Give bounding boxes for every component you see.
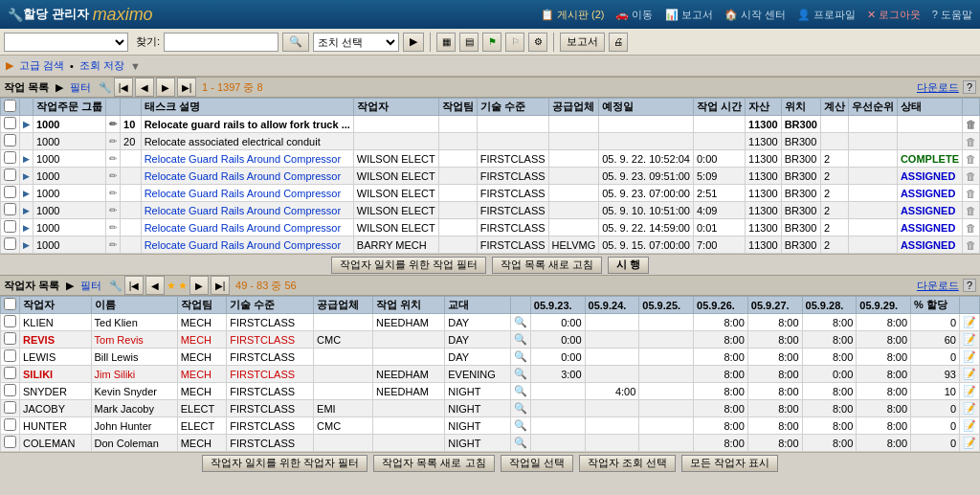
row-delete[interactable]: 🗑 <box>963 116 980 133</box>
row-check[interactable] <box>1 185 20 202</box>
worker-row-edit[interactable]: 📝 <box>960 331 980 349</box>
worker-row-edit[interactable]: 📝 <box>960 417 980 435</box>
advanced-search-link[interactable]: 고급 검색 <box>19 58 64 73</box>
worker-row-check[interactable] <box>1 435 20 452</box>
row-delete[interactable]: 🗑 <box>963 150 980 168</box>
nav-move[interactable]: 🚗 이동 <box>615 8 653 22</box>
worker-select-all-checkbox[interactable] <box>4 298 16 310</box>
worker-row-icon[interactable]: 🔍 <box>510 314 530 331</box>
save-query-link[interactable]: 조회 저장 <box>79 58 124 73</box>
row-delete[interactable]: 🗑 <box>963 185 980 202</box>
nav-help[interactable]: ? 도움말 <box>932 8 972 22</box>
row-desc[interactable]: Relocate Guard Rails Around Compressor <box>141 168 353 185</box>
print-icon[interactable]: 🖨 <box>609 33 628 52</box>
worker-nav-first[interactable]: |◀ <box>124 276 144 295</box>
worker-row-check[interactable] <box>1 383 20 400</box>
row-pencil[interactable]: ✏ <box>106 168 121 185</box>
worker-row-edit[interactable]: 📝 <box>960 383 980 400</box>
worker-row-check[interactable] <box>1 366 20 383</box>
row-delete[interactable]: 🗑 <box>963 168 980 185</box>
row-delete[interactable]: 🗑 <box>963 133 980 150</box>
nav-prev[interactable]: ◀ <box>135 78 154 97</box>
search-button[interactable]: 🔍 <box>282 33 309 52</box>
nav-logout[interactable]: ✕ 로그아웃 <box>867 8 921 22</box>
work-filter-match-button[interactable]: 작업자 일치를 위한 작업 필터 <box>331 257 486 274</box>
row-pencil[interactable]: ✏ <box>106 133 121 150</box>
row-delete[interactable]: 🗑 <box>963 236 980 254</box>
action-select[interactable]: 조치 선택 <box>313 33 399 52</box>
nav-first[interactable]: |◀ <box>114 78 133 97</box>
worker-nav-last[interactable]: ▶| <box>211 276 230 295</box>
row-check[interactable] <box>1 219 20 236</box>
nav-last[interactable]: ▶| <box>177 78 196 97</box>
view-icon1[interactable]: ▦ <box>436 33 456 52</box>
nav-next[interactable]: ▶ <box>156 78 175 97</box>
row-pencil[interactable]: ✏ <box>106 219 121 236</box>
worker-row-icon[interactable]: 🔍 <box>510 417 530 435</box>
worker-row-icon[interactable]: 🔍 <box>510 366 530 383</box>
report-button[interactable]: 보고서 <box>560 33 605 52</box>
worker-nav-next[interactable]: ▶ <box>189 276 209 295</box>
row-delete[interactable]: 🗑 <box>963 202 980 219</box>
worker-date-button[interactable]: 작업일 선택 <box>501 455 573 472</box>
nav-report[interactable]: 📊 보고서 <box>665 8 713 22</box>
row-desc[interactable]: Relocate Guard Rails Around Compressor <box>141 236 353 254</box>
row-desc[interactable]: Relocate Guard Rails Around Compressor <box>141 150 353 168</box>
row-pencil[interactable]: ✏ <box>106 236 121 254</box>
row-check[interactable] <box>1 202 20 219</box>
row-pencil[interactable]: ✏ <box>106 116 121 133</box>
worker-row-icon[interactable]: 🔍 <box>510 349 530 366</box>
worker-row-check[interactable] <box>1 331 20 349</box>
worker-row-icon[interactable]: 🔍 <box>510 400 530 417</box>
worker-row-edit[interactable]: 📝 <box>960 314 980 331</box>
worker-download-link[interactable]: 다운로드 <box>917 279 959 293</box>
select-all-checkbox[interactable] <box>4 100 16 112</box>
toolbar-select[interactable] <box>4 33 128 52</box>
worker-row-check[interactable] <box>1 400 20 417</box>
row-desc[interactable]: Relocate Guard Rails Around Compressor <box>141 185 353 202</box>
row-pencil[interactable]: ✏ <box>106 150 121 168</box>
row-pencil[interactable]: ✏ <box>106 202 121 219</box>
flag-icon[interactable]: ⚑ <box>482 33 501 52</box>
worker-row-icon[interactable]: 🔍 <box>510 435 530 452</box>
row-check[interactable] <box>1 236 20 254</box>
view-icon2[interactable]: ▤ <box>459 33 479 52</box>
filter-config-icon[interactable]: 🔧 <box>99 81 112 94</box>
worker-row-edit[interactable]: 📝 <box>960 435 980 452</box>
work-help[interactable]: ? <box>963 80 976 94</box>
worker-row-icon[interactable]: 🔍 <box>510 331 530 349</box>
worker-nav-prev[interactable]: ◀ <box>145 276 165 295</box>
worker-row-edit[interactable]: 📝 <box>960 366 980 383</box>
nav-start[interactable]: 🏠 시작 센터 <box>724 8 786 22</box>
worker-row-check[interactable] <box>1 314 20 331</box>
row-check[interactable] <box>1 150 20 168</box>
row-pencil[interactable]: ✏ <box>106 185 121 202</box>
row-check[interactable] <box>1 116 20 133</box>
row-check[interactable] <box>1 168 20 185</box>
worker-row-icon[interactable]: 🔍 <box>510 383 530 400</box>
worker-row-check[interactable] <box>1 349 20 366</box>
nav-bulletin[interactable]: 📋 게시판 (2) <box>541 8 605 22</box>
worker-help[interactable]: ? <box>963 279 976 292</box>
worker-row-id[interactable]: REVIS <box>20 331 92 349</box>
row-check[interactable] <box>1 133 20 150</box>
worker-query-select-button[interactable]: 작업자 조회 선택 <box>579 455 676 472</box>
flag-icon2[interactable]: ⚐ <box>505 33 524 52</box>
row-desc[interactable]: Relocate Guard Rails Around Compressor <box>141 202 353 219</box>
worker-row-id[interactable]: SILIKI <box>20 366 92 383</box>
filter-icon[interactable]: ⚙ <box>528 33 547 52</box>
worker-refresh-button[interactable]: 작업자 목록 새로 고침 <box>373 455 494 472</box>
worker-filter-config-icon[interactable]: 🔧 <box>109 280 122 292</box>
work-download-link[interactable]: 다운로드 <box>917 80 959 95</box>
row-desc[interactable]: Relocate Guard Rails Around Compressor <box>141 219 353 236</box>
worker-row-edit[interactable]: 📝 <box>960 400 980 417</box>
worker-row-edit[interactable]: 📝 <box>960 349 980 366</box>
action-go-button[interactable]: ▶ <box>403 33 424 52</box>
worker-filter-link[interactable]: 필터 <box>80 279 101 293</box>
search-input[interactable] <box>164 33 278 52</box>
worker-filter-match-button[interactable]: 작업자 일치를 위한 작업자 필터 <box>202 455 368 472</box>
work-exec-button[interactable]: 시 행 <box>608 257 649 274</box>
row-delete[interactable]: 🗑 <box>963 219 980 236</box>
worker-row-check[interactable] <box>1 417 20 435</box>
nav-profile[interactable]: 👤 프로파일 <box>797 8 856 22</box>
